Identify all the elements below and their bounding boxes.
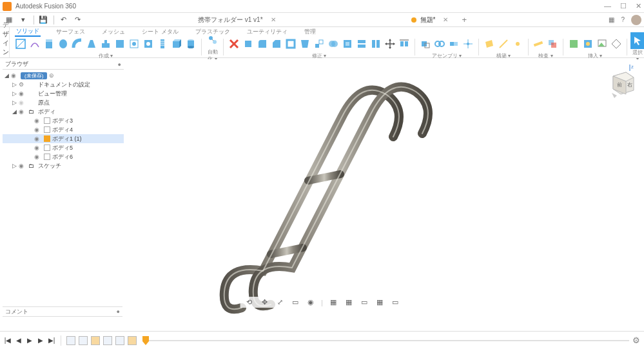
loft-icon[interactable] <box>84 35 99 52</box>
comment-panel-header[interactable]: コメント ● <box>3 306 122 317</box>
viewport-settings-icon[interactable]: ▭ <box>359 298 369 306</box>
revolve-icon[interactable] <box>56 35 70 52</box>
interference-icon[interactable] <box>545 35 560 52</box>
visibility-eye-icon[interactable]: ◉ <box>34 117 42 124</box>
sweep-icon[interactable] <box>70 35 84 52</box>
joint-icon[interactable] <box>433 35 447 52</box>
timeline-feature[interactable] <box>115 336 124 345</box>
display-settings-icon[interactable]: ▦ <box>328 298 338 306</box>
expand-caret-icon[interactable]: ▷ <box>12 163 17 169</box>
align-icon[interactable] <box>397 35 411 52</box>
press-pull-icon[interactable] <box>241 35 255 52</box>
select-icon[interactable] <box>630 32 644 49</box>
tree-node-folder[interactable]: ◢◉🗀ボディ <box>3 107 124 116</box>
joint-origin-icon[interactable] <box>461 35 475 52</box>
scale-icon[interactable] <box>312 35 326 52</box>
minimize-button[interactable]: — <box>604 2 611 10</box>
extrude-icon[interactable] <box>42 35 56 52</box>
automation-icon[interactable] <box>206 32 220 48</box>
maximize-button[interactable]: ☐ <box>620 2 627 10</box>
emboss-icon[interactable] <box>127 35 141 52</box>
timeline-next-button[interactable]: ▶ <box>37 337 44 344</box>
tree-node-body[interactable]: ◉ボディ6 <box>3 152 124 161</box>
extensions-button[interactable]: ▦ <box>609 16 614 23</box>
web-icon[interactable] <box>113 35 127 52</box>
tree-node-folder[interactable]: ▷◉🗀スケッチ <box>3 161 124 170</box>
user-avatar[interactable] <box>631 15 641 25</box>
visibility-eye-icon[interactable]: ◉ <box>19 163 26 169</box>
axis-icon[interactable] <box>496 35 511 52</box>
expand-caret-icon[interactable]: ▷ <box>12 81 17 88</box>
delete-icon[interactable] <box>227 35 241 52</box>
visibility-eye-icon[interactable]: ◉ <box>34 145 42 151</box>
as-built-joint-icon[interactable] <box>447 35 461 52</box>
visibility-eye-icon[interactable]: ◉ <box>19 108 26 115</box>
timeline-settings-icon[interactable]: ⚙ <box>632 335 640 345</box>
help-button[interactable]: ? <box>621 16 625 23</box>
undo-button[interactable]: ↶ <box>57 14 70 26</box>
timeline-feature[interactable] <box>79 336 88 345</box>
visibility-eye-icon[interactable]: ◉ <box>19 99 26 106</box>
decal-icon[interactable] <box>581 35 595 52</box>
tree-node-settings[interactable]: ▷⚙ドキュメントの設定 <box>3 80 124 89</box>
visibility-eye-icon[interactable]: ◉ <box>34 135 42 142</box>
canvas-icon[interactable] <box>595 35 609 52</box>
tree-root[interactable]: ◢ ◉ (未保存) ⊚ <box>3 71 124 80</box>
timeline-last-button[interactable]: ▶| <box>48 337 55 344</box>
tree-node-body[interactable]: ◉ボディ5 <box>3 143 124 152</box>
orbit-icon[interactable]: ⟲ <box>244 298 254 306</box>
insert-derive-icon[interactable] <box>567 35 581 52</box>
visibility-eye-icon[interactable]: ◉ <box>19 90 26 97</box>
expand-caret-icon[interactable]: ▷ <box>12 90 17 97</box>
timeline-feature[interactable] <box>91 336 100 345</box>
insert-mesh-icon[interactable] <box>609 35 623 52</box>
point-icon[interactable] <box>511 35 525 52</box>
close-window-button[interactable]: ✕ <box>636 2 641 10</box>
pin-icon[interactable]: ● <box>118 61 121 68</box>
tree-node-views[interactable]: ▷◉ビュー管理 <box>3 89 124 98</box>
move-icon[interactable] <box>383 35 397 52</box>
file-menu-button[interactable]: ▾ <box>17 14 30 26</box>
new-component-icon[interactable] <box>418 35 433 52</box>
redo-button[interactable]: ↷ <box>71 14 84 26</box>
zoom-icon[interactable]: ⤢ <box>275 298 285 306</box>
document-tab[interactable]: 無題* ✕ <box>402 14 458 26</box>
pin-icon[interactable]: ● <box>117 308 120 315</box>
close-tab-icon[interactable]: ✕ <box>443 16 448 23</box>
hole-icon[interactable] <box>141 35 155 52</box>
rib-icon[interactable] <box>99 35 113 52</box>
tree-node-origin[interactable]: ▷◉原点 <box>3 98 124 107</box>
fillet-icon[interactable] <box>255 35 269 52</box>
timeline-play-button[interactable]: ▶ <box>26 337 34 344</box>
render-settings-icon[interactable]: ▦ <box>375 298 385 306</box>
timeline-track[interactable] <box>142 340 629 341</box>
timeline-feature[interactable] <box>103 336 112 345</box>
pan-icon[interactable]: ✥ <box>259 298 269 306</box>
thread-icon[interactable] <box>155 35 170 52</box>
expand-caret-icon[interactable]: ◢ <box>12 108 17 115</box>
performance-icon[interactable]: ▭ <box>390 298 400 306</box>
new-tab-button[interactable]: + <box>462 15 467 25</box>
new-sketch-icon[interactable] <box>14 35 28 52</box>
expand-caret-icon[interactable]: ▷ <box>12 99 17 106</box>
workspace-switcher[interactable]: デザイン ▾ <box>3 27 10 57</box>
chamfer-icon[interactable] <box>269 35 284 52</box>
document-tab[interactable]: 携帯フォルダー v1 v1* ✕ <box>188 14 286 26</box>
create-form-icon[interactable] <box>28 35 42 52</box>
replace-face-icon[interactable] <box>340 35 355 52</box>
draft-icon[interactable] <box>298 35 312 52</box>
tree-node-component[interactable]: ◉ボディ1 (1) <box>3 134 124 143</box>
timeline-feature[interactable] <box>128 336 137 345</box>
viewcube[interactable]: Z 前 右 <box>608 63 635 98</box>
combine-icon[interactable] <box>326 35 340 52</box>
fit-icon[interactable]: ▭ <box>290 298 300 306</box>
timeline-first-button[interactable]: |◀ <box>4 337 12 344</box>
split-body-icon[interactable] <box>369 35 383 52</box>
timeline-prev-button[interactable]: ◀ <box>15 337 23 344</box>
tree-node-body[interactable]: ◉ボディ4 <box>3 125 124 134</box>
close-tab-icon[interactable]: ✕ <box>271 16 276 23</box>
cylinder-icon[interactable] <box>184 35 198 52</box>
tree-node-body[interactable]: ◉ボディ3 <box>3 116 124 125</box>
visibility-eye-icon[interactable]: ◉ <box>34 154 42 160</box>
plane-icon[interactable] <box>482 35 496 52</box>
